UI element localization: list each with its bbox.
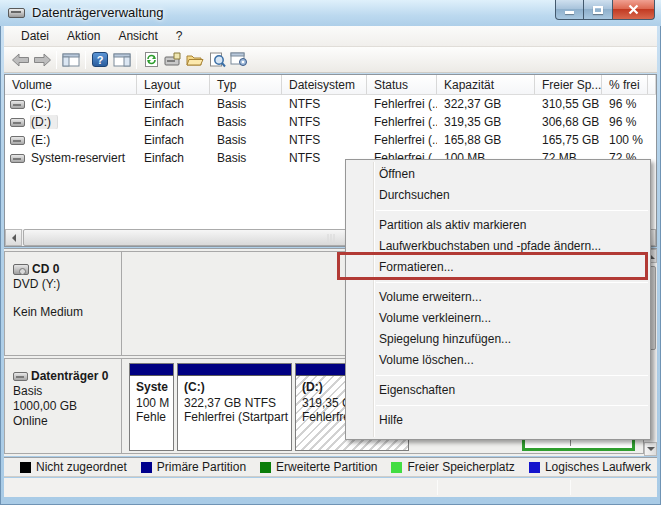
cell-capacity: 319,35 GB: [437, 115, 535, 129]
cell-status: Fehlerfrei (...: [367, 97, 437, 111]
volume-name: (C:): [31, 97, 51, 111]
disk0-label: Datenträger 0: [31, 369, 108, 383]
menu-datei[interactable]: Datei: [12, 27, 58, 45]
maximize-button[interactable]: [584, 0, 612, 20]
partition-size: 319,35 G: [302, 396, 351, 410]
menu-item-add-mirror[interactable]: Spiegelung hinzufügen...: [346, 329, 650, 350]
open-folder-icon: [186, 53, 204, 67]
volume-table-header: Volume Layout Typ Dateisystem Status Kap…: [5, 75, 656, 95]
forward-icon: [33, 53, 52, 67]
menu-separator: [376, 405, 648, 406]
column-header-typ[interactable]: Typ: [210, 75, 282, 94]
cell-layout: Einfach: [137, 115, 210, 129]
show-action-pane-button[interactable]: [111, 49, 133, 71]
disk-icon: [13, 372, 28, 381]
show-console-tree-icon: [62, 53, 80, 67]
disk-properties-button[interactable]: [162, 49, 184, 71]
menu-item-open[interactable]: Öffnen: [346, 164, 650, 185]
help-button[interactable]: ?: [89, 49, 111, 71]
show-console-tree-button[interactable]: [60, 49, 82, 71]
partition-system-reserved[interactable]: Syste 100 M Fehle: [129, 363, 174, 451]
partition-status: Fehlerfrei (Startpart: [184, 410, 288, 424]
minimize-button[interactable]: [555, 0, 584, 20]
title-bar[interactable]: Datenträgerverwaltung: [0, 0, 661, 26]
legend-item: Nicht zugeordnet: [20, 460, 127, 474]
menu-item-mark-partition-active[interactable]: Partition als aktiv markieren: [346, 215, 650, 236]
column-header-status[interactable]: Status: [367, 75, 437, 94]
legend-label: Nicht zugeordnet: [36, 460, 127, 474]
cd-drive-letter: DVD (Y:): [13, 277, 121, 291]
partition-status: Fehlerfre: [302, 410, 350, 424]
back-icon: [11, 53, 30, 67]
legend-item: Freier Speicherplatz: [391, 460, 514, 474]
column-header-volume[interactable]: Volume: [5, 75, 137, 94]
partition-size: 322,37 GB NTFS: [184, 396, 276, 410]
cell-pct: 100 %: [602, 133, 648, 147]
menu-item-properties[interactable]: Eigenschaften: [346, 380, 650, 401]
back-button[interactable]: [9, 49, 31, 71]
cell-typ: Basis: [210, 115, 282, 129]
cd-drive-label: CD 0: [32, 262, 59, 276]
window-controls: [555, 0, 655, 20]
drive-icon: [10, 136, 25, 145]
forward-button[interactable]: [31, 49, 53, 71]
cell-capacity: 322,37 GB: [437, 97, 535, 111]
scroll-left-button[interactable]: [5, 229, 22, 246]
partition-status: Fehle: [136, 410, 166, 424]
scroll-down-button[interactable]: [644, 442, 657, 456]
disk0-panel[interactable]: Datenträger 0 Basis 1000,00 GB Online: [5, 359, 122, 453]
cell-layout: Einfach: [137, 97, 210, 111]
column-header-kapazitaet[interactable]: Kapazität: [437, 75, 535, 94]
column-header-layout[interactable]: Layout: [137, 75, 210, 94]
cell-typ: Basis: [210, 133, 282, 147]
disk0-status: Online: [13, 414, 121, 428]
menu-item-delete-volume[interactable]: Volume löschen...: [346, 350, 650, 371]
down-arrow-icon: [647, 447, 655, 455]
volume-name: System-reserviert: [31, 151, 125, 165]
menu-item-shrink-volume[interactable]: Volume verkleinern...: [346, 308, 650, 329]
refresh-button[interactable]: [140, 49, 162, 71]
table-row-selected[interactable]: (D:) Einfach Basis NTFS Fehlerfrei (... …: [5, 113, 656, 131]
cell-free: 306,68 GB: [535, 115, 602, 129]
open-folder-button[interactable]: [184, 49, 206, 71]
cell-layout: Einfach: [137, 151, 210, 165]
disk0-type: Basis: [13, 384, 121, 398]
menu-bar: Datei Aktion Ansicht ?: [4, 26, 657, 47]
cell-fs: NTFS: [282, 97, 367, 111]
cell-pct: 96 %: [602, 97, 648, 111]
table-row[interactable]: (E:) Einfach Basis NTFS Fehlerfrei (... …: [5, 131, 656, 149]
partition-size: 100 M: [136, 396, 169, 410]
search-button[interactable]: [206, 49, 228, 71]
legend-label: Freier Speicherplatz: [407, 460, 514, 474]
legend-swatch-unallocated: [20, 462, 31, 473]
partition-name: (C:): [184, 380, 291, 394]
primary-partition-bar: [178, 364, 291, 376]
primary-partition-bar: [130, 364, 173, 376]
menu-aktion[interactable]: Aktion: [58, 27, 109, 45]
column-header-pct-frei[interactable]: % frei: [602, 75, 648, 94]
menu-hilfe[interactable]: ?: [167, 27, 192, 45]
legend-swatch-free-space: [391, 462, 402, 473]
drive-icon: [10, 100, 25, 109]
drive-icon: [10, 154, 25, 163]
partition-c[interactable]: (C:) 322,37 GB NTFS Fehlerfrei (Startpar…: [177, 363, 292, 451]
menu-item-browse[interactable]: Durchsuchen: [346, 185, 650, 206]
scrollbar-grip: [327, 234, 334, 242]
close-icon: [628, 4, 639, 15]
left-arrow-icon: [8, 234, 16, 242]
status-bar: [4, 478, 657, 497]
cd-drive-panel[interactable]: CD 0 DVD (Y:) Kein Medium: [5, 252, 122, 355]
menu-item-extend-volume[interactable]: Volume erweitern...: [346, 287, 650, 308]
menu-ansicht[interactable]: Ansicht: [109, 27, 166, 45]
cell-fs: NTFS: [282, 115, 367, 129]
disk-properties-icon: [164, 52, 182, 67]
menu-item-help[interactable]: Hilfe: [346, 410, 650, 431]
close-button[interactable]: [612, 0, 655, 20]
legend-label: Erweiterte Partition: [276, 460, 377, 474]
column-header-freier-sp[interactable]: Freier Sp...: [535, 75, 602, 94]
console-settings-button[interactable]: [228, 49, 250, 71]
maximize-icon: [593, 6, 603, 14]
window-title: Datenträgerverwaltung: [32, 5, 164, 20]
column-header-dateisystem[interactable]: Dateisystem: [282, 75, 367, 94]
table-row[interactable]: (C:) Einfach Basis NTFS Fehlerfrei (... …: [5, 95, 656, 113]
